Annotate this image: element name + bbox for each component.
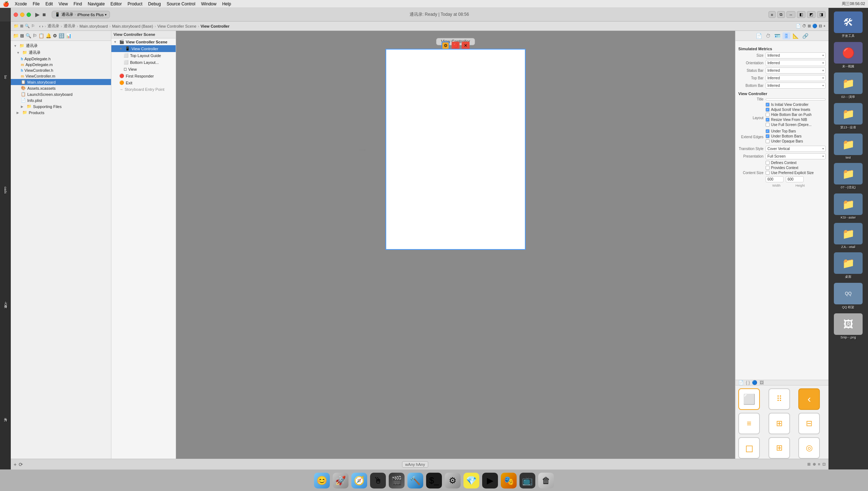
dock-finder[interactable]: 😊 (314, 473, 330, 488)
scene-vc[interactable]: ▼ 📱 View Controller (111, 45, 176, 52)
nav-item-viewcontrollerh[interactable]: h ViewController.h (11, 67, 111, 73)
obj-lib-tab-media[interactable]: 🖼 (760, 380, 764, 385)
inspector-toggle[interactable]: ◨ (817, 11, 826, 18)
desktop-icon-video[interactable]: 🔴 未···视频 (832, 42, 864, 69)
extend-opaque-checkbox[interactable] (766, 139, 770, 143)
menu-help[interactable]: Help (222, 1, 231, 6)
transition-value[interactable]: Cover Vertical ▾ (766, 146, 826, 152)
menu-product[interactable]: Product (128, 1, 142, 6)
width-value[interactable]: 600 (766, 176, 784, 182)
desktop-icon-ksi[interactable]: 📁 KSI···aster (832, 193, 864, 219)
breadcrumb-search-icon[interactable]: 🔍 (25, 24, 30, 28)
vc-icon-exit[interactable]: ✕ (462, 42, 470, 50)
desktop-icon-07[interactable]: 📁 07···(优化) (832, 163, 864, 190)
obj-lib-item-collectionview[interactable]: ⊞ (768, 413, 790, 434)
scene-entry[interactable]: → Storyboard Entry Point (111, 86, 176, 93)
breadcrumb-hierarchy-icon[interactable]: ⊞ (20, 24, 23, 28)
nav-icon-4[interactable]: ⚐ (33, 33, 37, 38)
nav-icon-8[interactable]: 🔢 (59, 33, 64, 38)
obj-lib-item-navvc[interactable]: ‹ (798, 388, 820, 410)
scene-view[interactable]: ◻ View (111, 66, 176, 73)
obj-lib-item-tablevc[interactable]: ⠿ (768, 388, 790, 410)
extend-top-checkbox[interactable] (766, 129, 770, 133)
view-list-button[interactable]: ≡ (818, 462, 820, 467)
breadcrumb-group[interactable]: 通讯录 (64, 23, 75, 29)
size-value[interactable]: Inferred ▾ (766, 52, 826, 59)
menu-source-control[interactable]: Source Control (167, 1, 195, 6)
is-initial-checkbox[interactable] (766, 103, 770, 107)
run-button[interactable]: ▶ (35, 11, 40, 18)
presentation-value[interactable]: Full Screen ▾ (766, 153, 826, 159)
minimize-button[interactable] (20, 13, 24, 17)
desktop-icon-zjl[interactable]: 📁 ZJL···etail (832, 223, 864, 249)
obj-lib-tab-objects[interactable]: 🔵 (752, 380, 757, 385)
breadcrumb-folder-icon[interactable]: 📁 (14, 24, 19, 28)
nav-item-viewcontrollerm[interactable]: m ViewController.m (11, 73, 111, 79)
dock-terminal[interactable]: $_ (426, 473, 442, 488)
inspector-tab-identity[interactable]: 🪪 (773, 32, 782, 39)
view-toggle-standard[interactable]: ≡ (768, 11, 776, 18)
nav-icon-6[interactable]: 🔔 (46, 33, 51, 38)
nav-folder-icon[interactable]: 📁 (13, 33, 19, 38)
inspector-icon-2[interactable]: ⏱ (802, 24, 806, 28)
dock-sketch[interactable]: 💎 (463, 473, 479, 488)
view-controller-canvas[interactable] (385, 49, 526, 250)
dock-launchpad[interactable]: 🚀 (333, 473, 348, 488)
desktop-icon-devtools[interactable]: 🛠 开发工具 (832, 11, 864, 38)
inspector-icon-4[interactable]: 🔵 (812, 24, 817, 28)
obj-lib-item-imageview[interactable]: ◎ (798, 437, 820, 459)
nav-item-appdelegateh[interactable]: h AppDelegate.h (11, 56, 111, 62)
zoom-button[interactable] (27, 13, 31, 17)
desktop-icon-snip[interactable]: 🖼 Snip···.png (832, 313, 864, 339)
scene-toplayout[interactable]: ⬜ Top Layout Guide (111, 52, 176, 59)
breadcrumb-storyboard-base[interactable]: Main.storyboard (Base) (112, 24, 153, 28)
menu-file[interactable]: File (33, 1, 40, 6)
refresh-button[interactable]: ⟳ (19, 462, 23, 467)
nav-item-root[interactable]: ▼ 📁 通讯录 (11, 42, 111, 49)
extend-bottom-checkbox[interactable] (766, 134, 770, 138)
provides-context-checkbox[interactable] (766, 166, 770, 170)
obj-lib-item-tableview[interactable]: ≡ (738, 413, 760, 434)
nav-item-mainstoryboard[interactable]: 📋 Main.storyboard (11, 79, 111, 85)
bottombar-value[interactable]: Inferred ▾ (766, 83, 826, 89)
menu-navigate[interactable]: Navigate (88, 1, 105, 6)
nav-item-launchscreen[interactable]: 📋 LaunchScreen.storyboard (11, 91, 111, 97)
inspector-icon-1[interactable]: 📄 (796, 24, 801, 28)
scheme-selector[interactable]: 📱 通讯录 › iPhone 6s Plus ▾ (52, 11, 110, 18)
scene-firstresponder[interactable]: 🔴 First Responder (111, 73, 176, 79)
desktop-icon-desktop[interactable]: 📁 桌面 (832, 252, 864, 279)
breadcrumb-storyboard[interactable]: Main.storyboard (79, 24, 108, 28)
dock-xcode[interactable]: 🔨 (407, 473, 423, 488)
menu-find[interactable]: Find (74, 1, 82, 6)
content-size-checkbox[interactable] (766, 171, 770, 175)
inspector-icon-5[interactable]: ⊟ (819, 24, 822, 28)
topbar-value[interactable]: Inferred ▾ (766, 75, 826, 81)
vc-icon-main[interactable]: ⚙ (442, 42, 449, 50)
canvas-size-selector[interactable]: wAny hAny (402, 461, 428, 468)
menu-window[interactable]: Window (201, 1, 217, 6)
nav-item-infoplist[interactable]: 📄 Info.plist (11, 97, 111, 103)
nav-icon-5[interactable]: 📋 (38, 33, 44, 38)
zoom-fit-button[interactable]: ⊞ (807, 462, 811, 467)
view-toggle-version[interactable]: ↔ (786, 11, 795, 18)
obj-lib-tab-code[interactable]: { } (746, 380, 750, 385)
breadcrumb-root[interactable]: 通讯录 (47, 23, 59, 29)
dock-airsever[interactable]: 📺 (520, 473, 535, 488)
inspector-tab-connections[interactable]: 🔗 (801, 32, 810, 39)
dock-prefs[interactable]: ⚙ (445, 473, 461, 488)
menu-xcode[interactable]: Xcode (15, 1, 27, 6)
inspector-tab-file[interactable]: 📄 (754, 32, 763, 39)
nav-item-appdelegatem[interactable]: m AppDelegate.m (11, 62, 111, 67)
breadcrumb-flag-icon[interactable]: ⚐ (31, 24, 35, 28)
debug-toggle[interactable]: ◩ (807, 11, 816, 18)
breadcrumb-nav-back[interactable]: ‹ (39, 24, 41, 28)
vc-icon-responder[interactable]: 🔴 (452, 42, 460, 50)
nav-icon-2[interactable]: ⊞ (20, 33, 24, 38)
apple-menu[interactable]: 🍎 (3, 1, 9, 7)
view-toggle-assistant[interactable]: ⧉ (777, 11, 785, 18)
inspector-icon-3[interactable]: ⊞ (808, 24, 811, 28)
breadcrumb-vc-scene[interactable]: View Controller Scene (157, 24, 197, 28)
zoom-button[interactable]: ⊕ (813, 462, 816, 467)
inspector-tab-attributes[interactable]: 🎛 (782, 32, 790, 39)
obj-lib-tab-file[interactable]: 📄 (738, 380, 744, 385)
